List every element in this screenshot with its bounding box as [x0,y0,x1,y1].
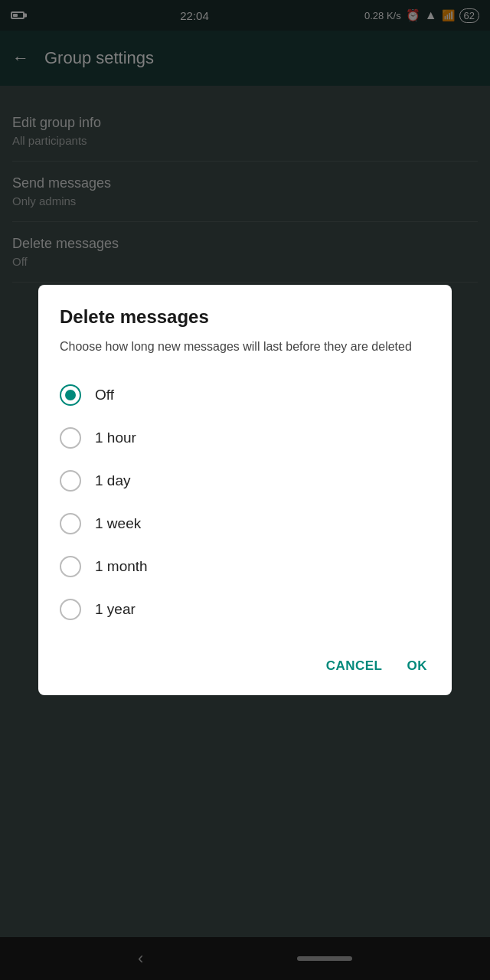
radio-circle-1month [60,556,81,577]
radio-circle-1day [60,470,81,492]
radio-label-1year: 1 year [95,601,136,618]
radio-circle-1year [60,599,81,620]
radio-label-1hour: 1 hour [95,430,136,446]
radio-label-1week: 1 week [95,515,141,532]
radio-option-1year[interactable]: 1 year [60,588,430,631]
radio-circle-1hour [60,427,81,449]
radio-label-1day: 1 day [95,472,130,489]
cancel-button[interactable]: CANCEL [323,652,386,680]
radio-circle-1week [60,513,81,534]
radio-option-1month[interactable]: 1 month [60,545,430,588]
dialog-buttons: CANCEL OK [60,646,430,680]
radio-label-off: Off [95,387,114,403]
delete-messages-dialog: Delete messages Choose how long new mess… [38,285,452,695]
ok-button[interactable]: OK [404,652,431,680]
radio-option-1day[interactable]: 1 day [60,459,430,502]
dialog-title: Delete messages [60,306,430,328]
radio-option-1hour[interactable]: 1 hour [60,416,430,459]
radio-circle-off [60,384,81,406]
radio-option-1week[interactable]: 1 week [60,502,430,545]
radio-option-off[interactable]: Off [60,374,430,416]
dialog-subtitle: Choose how long new messages will last b… [60,338,430,355]
radio-label-1month: 1 month [95,558,148,575]
dialog-overlay: Delete messages Choose how long new mess… [0,0,490,980]
